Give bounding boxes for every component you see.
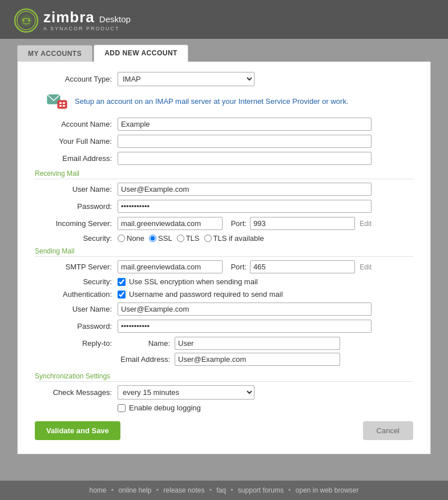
email-label: Email Address:	[35, 154, 118, 163]
ssl-checkbox[interactable]	[118, 278, 126, 286]
desktop-label: Desktop	[99, 14, 131, 24]
tab-bar: MY ACCOUNTS ADD NEW ACCOUNT	[17, 45, 431, 62]
imap-desc-row: Setup an account on an IMAP mail server …	[35, 90, 413, 112]
security-none-radio[interactable]	[118, 235, 125, 242]
security-tls-available[interactable]: TLS if available	[204, 234, 264, 243]
recv-password-label: Password:	[35, 202, 118, 211]
security-tls[interactable]: TLS	[177, 234, 200, 243]
smtp-edit-link[interactable]: Edit	[360, 263, 372, 271]
security-ssl[interactable]: SSL	[149, 234, 172, 243]
footer-support-link[interactable]: support forums	[238, 486, 284, 494]
smtp-username-input[interactable]	[118, 303, 372, 316]
tab-my-accounts[interactable]: MY ACCOUNTS	[17, 45, 92, 62]
sync-header: Synchronization Settings	[35, 372, 413, 382]
auth-checkbox-label: Username and password required to send m…	[129, 290, 283, 299]
smtp-password-label: Password:	[35, 322, 118, 330]
footer-faq-link[interactable]: faq	[216, 486, 226, 494]
incoming-server-label: Incoming Server:	[35, 219, 118, 228]
reply-to-name-input[interactable]	[175, 337, 340, 350]
smtp-server-input[interactable]	[118, 260, 223, 273]
reply-to-email-input[interactable]	[175, 353, 340, 366]
incoming-server-input[interactable]	[118, 217, 223, 230]
cancel-button[interactable]: Cancel	[363, 421, 413, 440]
recv-security-options: None SSL TLS TLS if available	[118, 234, 372, 243]
incoming-edit-link[interactable]: Edit	[360, 220, 372, 228]
footer-online-help-link[interactable]: online help	[118, 486, 151, 494]
validate-save-button[interactable]: Validate and Save	[35, 421, 120, 440]
smtp-port-input[interactable]	[250, 260, 355, 273]
svg-rect-6	[58, 100, 67, 108]
account-name-label: Account Name:	[35, 120, 118, 128]
svg-point-4	[28, 19, 30, 22]
svg-rect-9	[59, 105, 62, 107]
sending-mail-header: Sending Mail	[35, 247, 413, 257]
full-name-input[interactable]	[118, 135, 372, 148]
synacor-label: A SYNACOR PRODUCT	[43, 26, 131, 31]
footer-open-browser-link[interactable]: open in web browser	[296, 486, 359, 494]
receiving-mail-header: Receiving Mail	[35, 170, 413, 179]
svg-point-3	[22, 19, 25, 22]
recv-username-input[interactable]	[118, 183, 372, 196]
ssl-checkbox-label: Use SSL encryption when sending mail	[129, 277, 258, 286]
svg-point-2	[20, 14, 33, 27]
smtp-password-input[interactable]	[118, 320, 372, 333]
debug-checkbox[interactable]	[118, 404, 126, 412]
footer-home-link[interactable]: home	[89, 486, 106, 494]
footer-release-notes-link[interactable]: release notes	[163, 486, 204, 494]
incoming-port-input[interactable]	[250, 217, 355, 230]
reply-to-label: Reply-to:	[35, 337, 118, 348]
reply-to-name-label: Name:	[118, 339, 175, 348]
email-input[interactable]	[118, 152, 372, 165]
debug-label: Enable debug logging	[129, 404, 201, 412]
svg-rect-7	[59, 102, 62, 104]
main-card: Account Type: IMAP POP3 Gmail Yahoo! Mai…	[17, 62, 431, 454]
imap-icon	[46, 90, 68, 112]
check-messages-select[interactable]: every 15 minutes every 5 minutes every 3…	[118, 385, 255, 400]
zimbra-name: zimbra	[43, 10, 95, 25]
button-row: Validate and Save Cancel	[35, 421, 413, 442]
smtp-server-label: SMTP Server:	[35, 263, 118, 271]
auth-label: Authentication:	[35, 290, 118, 299]
reply-to-email-label: Email Address:	[118, 355, 175, 364]
tab-add-new-account[interactable]: ADD NEW ACCOUNT	[94, 45, 188, 62]
footer: home • online help • release notes • faq…	[0, 481, 448, 500]
incoming-port-label: Port:	[231, 219, 246, 228]
logo-text: zimbra Desktop A SYNACOR PRODUCT	[43, 10, 131, 31]
account-type-select[interactable]: IMAP POP3 Gmail Yahoo! Mail Exchange (EW…	[118, 72, 255, 86]
account-type-label: Account Type:	[35, 75, 118, 83]
imap-description: Setup an account on an IMAP mail server …	[75, 97, 349, 106]
check-messages-label: Check Messages:	[35, 388, 118, 397]
svg-rect-10	[63, 105, 65, 107]
logo: zimbra Desktop A SYNACOR PRODUCT	[14, 8, 131, 33]
logo-icon	[14, 8, 39, 33]
security-tls-radio[interactable]	[177, 235, 184, 242]
recv-security-label: Security:	[35, 234, 118, 243]
account-name-input[interactable]	[118, 118, 372, 131]
security-none[interactable]: None	[118, 234, 144, 243]
smtp-username-label: User Name:	[35, 305, 118, 313]
auth-checkbox[interactable]	[118, 291, 126, 299]
security-tls-available-radio[interactable]	[204, 235, 212, 242]
security-ssl-radio[interactable]	[149, 235, 156, 242]
svg-rect-8	[63, 102, 65, 104]
smtp-port-label: Port:	[231, 263, 246, 271]
recv-password-input[interactable]	[118, 200, 372, 213]
recv-username-label: User Name:	[35, 185, 118, 193]
send-security-label: Security:	[35, 277, 118, 286]
full-name-label: Your Full Name:	[35, 137, 118, 146]
